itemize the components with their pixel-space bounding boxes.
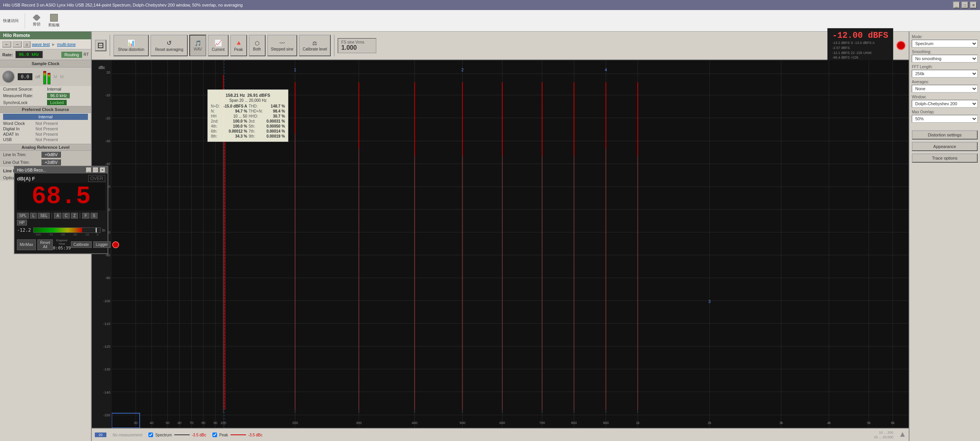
close-button[interactable]: ✕: [970, 2, 977, 8]
volume-area: 0.0 off M M: [0, 67, 91, 86]
fft-select[interactable]: 256k: [912, 70, 978, 77]
elapsed-label: Elapsed Time: [53, 239, 71, 246]
nav-forward[interactable]: →: [13, 41, 22, 47]
zoom-10-200[interactable]: 10 ... 200: [879, 431, 893, 434]
rate-select[interactable]: 96.0 kHz: [15, 51, 43, 58]
synchrolock-value: Locked: [47, 100, 67, 105]
icon-button-left[interactable]: [95, 40, 106, 51]
current-source-label: Current Source:: [3, 87, 45, 91]
both-label: Both: [253, 47, 261, 51]
svg-text:70: 70: [190, 421, 194, 425]
nav-back[interactable]: ←: [2, 41, 11, 47]
maximize-button[interactable]: □: [961, 2, 968, 8]
mode-field: Mode: Spectrum: [912, 35, 978, 47]
synchrolock-row: SynchroLock Locked: [0, 99, 91, 106]
logger-button[interactable]: Logger: [93, 241, 111, 248]
y-label-m10: -10: [92, 93, 112, 97]
reset-averaging-button[interactable]: ↺ Reset averaging: [150, 35, 188, 56]
svg-text:500: 500: [460, 421, 465, 425]
appearance-button[interactable]: Appearance: [912, 142, 978, 151]
volume-knob[interactable]: [2, 71, 15, 83]
line-in-trim-value[interactable]: +0dBV: [41, 151, 61, 158]
minimize-button[interactable]: _: [953, 2, 960, 8]
peak-checkbox[interactable]: [212, 433, 217, 437]
dba-label: dB(A) F: [17, 176, 35, 182]
y-label-m30: -30: [92, 139, 112, 143]
spectrum-svg-wrapper[interactable]: 1 2 4 3 30 40 50 60 70 80 90 100 200 300…: [112, 60, 909, 428]
y-label-m140: -140: [92, 391, 112, 394]
averages-label: Averages:: [912, 80, 978, 84]
fs-value[interactable]: 1.000: [341, 44, 373, 51]
usb-row: USB Not Present: [0, 137, 91, 142]
s-button[interactable]: S: [91, 213, 98, 219]
internal-selected[interactable]: Internal: [3, 114, 88, 120]
record-dot-mini[interactable]: [112, 241, 119, 248]
y-label-m90: -90: [92, 276, 112, 280]
mini-minimize[interactable]: _: [86, 167, 91, 173]
mini-close[interactable]: ✕: [100, 167, 105, 173]
stepped-sine-icon: 〰: [280, 40, 285, 46]
calibrate-level-button[interactable]: ⚖ Calibrate level: [299, 35, 331, 56]
spl-button[interactable]: SPL: [17, 213, 29, 219]
trace-options-button[interactable]: Trace options: [912, 153, 978, 163]
record-dot-right[interactable]: [896, 41, 906, 50]
taskbar-access[interactable]: 快速访问: [3, 18, 19, 24]
both-button[interactable]: ⬡ Both: [249, 35, 266, 56]
hp-button[interactable]: HP: [17, 220, 27, 226]
smoothing-select[interactable]: No smoothing: [912, 55, 978, 62]
zoom-20-20000[interactable]: 20 ... 20,000: [874, 435, 893, 439]
peak-button[interactable]: 🔺 Peak: [230, 35, 247, 56]
distortion-settings-button[interactable]: Distortion settings: [912, 130, 978, 140]
elapsed-display: Elapsed Time 0:05:39: [53, 239, 71, 251]
panel-title: Hilo Remote: [3, 33, 30, 38]
level-info-line2: -2.57 dBFS: [832, 45, 888, 50]
l-button[interactable]: L: [30, 213, 37, 219]
nav-home[interactable]: ⌂: [23, 41, 30, 47]
reset-all-button[interactable]: Reset All: [37, 239, 53, 250]
zoom-arrows[interactable]: [899, 431, 906, 438]
mode-select[interactable]: Spectrum: [912, 40, 978, 47]
f-button[interactable]: F: [82, 213, 89, 219]
nav-path2[interactable]: multi-tone: [57, 42, 76, 47]
window-select[interactable]: Dolph-Chebyshev 200: [912, 100, 978, 108]
y-axis-title: dBc: [92, 65, 112, 71]
sel-button[interactable]: SEL: [38, 213, 50, 219]
routing-button[interactable]: Routing: [61, 52, 82, 58]
adat-in-label: ADAT In: [3, 132, 34, 136]
averages-field: Averages: None: [912, 80, 978, 93]
digital-in-row: Digital In Not Present: [0, 126, 91, 131]
a-button[interactable]: A: [54, 213, 61, 219]
spectrum-checkbox[interactable]: [148, 433, 153, 437]
smoothing-field: Smoothing: No smoothing: [912, 50, 978, 62]
taskbar-clipboard[interactable]: 剪贴板: [47, 13, 61, 29]
line-out-trim-value[interactable]: +2dBV: [41, 159, 61, 165]
svg-text:1k: 1k: [636, 421, 640, 425]
mini-window-titlebar[interactable]: Hilo USB Reco... _ □ ✕: [15, 167, 108, 173]
reset-icon: ↺: [167, 39, 172, 47]
stepped-sine-button[interactable]: 〰 Stepped sine: [267, 35, 297, 56]
spectrum-chart-container: dBc 20 -10 -20 -30 -40 -50 -60 -70 -80 -…: [92, 60, 909, 428]
averages-select[interactable]: None: [912, 85, 978, 93]
minmax-button[interactable]: MinMax: [17, 239, 36, 250]
spectrum-legend-label: Spectrum: [155, 433, 172, 437]
nav-path1[interactable]: wave test: [32, 42, 50, 47]
mini-window-title: Hilo USB Reco...: [17, 168, 46, 172]
calibrate-mini-button[interactable]: Calibrate: [71, 241, 92, 248]
taskbar-cut[interactable]: 剪切: [31, 14, 42, 28]
line-out-trim-label: Line Out Trim:: [3, 160, 40, 165]
level-in-label: In: [102, 228, 105, 232]
mini-restore[interactable]: □: [93, 167, 98, 173]
max-overlap-select[interactable]: 50%: [912, 115, 978, 123]
zoom-20[interactable]: 20: [95, 433, 106, 437]
current-button[interactable]: 📈 Current: [208, 35, 228, 56]
show-distortion-button[interactable]: 📊 Show distortion: [113, 35, 149, 56]
volume-display: 0.0: [18, 73, 32, 80]
peak-legend-label: Peak: [219, 433, 228, 437]
digital-in-label: Digital In: [3, 126, 34, 131]
bottom-bar: 20 No measurement Spectrum -3.5 dBc Peak…: [92, 428, 909, 441]
measured-rate-value: 96.0 kHz: [47, 93, 70, 98]
stepped-sine-label: Stepped sine: [271, 47, 293, 51]
wav-button[interactable]: 🎵 WAV: [189, 35, 206, 56]
c-button[interactable]: C: [62, 213, 70, 219]
z-button[interactable]: Z: [71, 213, 78, 219]
